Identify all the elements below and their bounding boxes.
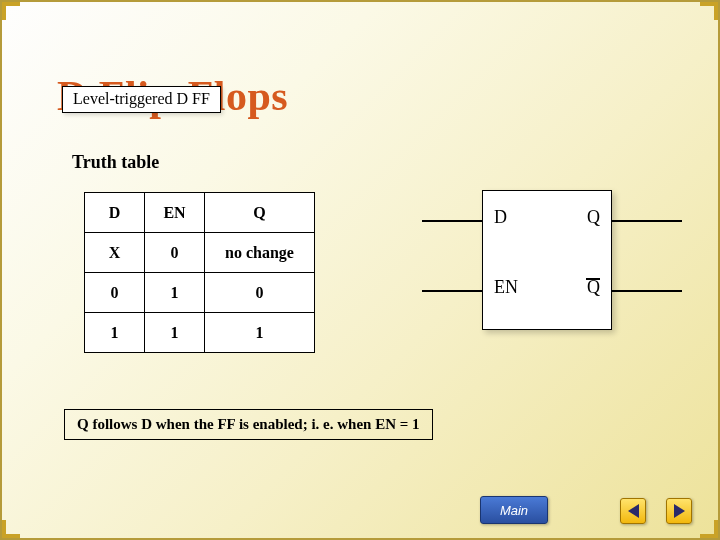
slide: D Flip-Flops Level-triggered D FF Truth … xyxy=(0,0,720,540)
table-row: 1 1 1 xyxy=(85,313,315,353)
wire-en-in xyxy=(422,290,482,292)
cell-d: 0 xyxy=(85,273,145,313)
pin-label-q: Q xyxy=(587,207,600,228)
wire-d-in xyxy=(422,220,482,222)
table-row: X 0 no change xyxy=(85,233,315,273)
arrow-left-icon xyxy=(628,504,639,518)
pin-label-qbar: Q xyxy=(587,277,600,298)
cell-d: X xyxy=(85,233,145,273)
subtitle-box: Level-triggered D FF xyxy=(62,86,221,113)
cell-q: 1 xyxy=(205,313,315,353)
pin-label-en: EN xyxy=(494,277,518,298)
table-row: 0 1 0 xyxy=(85,273,315,313)
prev-button[interactable] xyxy=(620,498,646,524)
cell-en: 1 xyxy=(145,273,205,313)
wire-q-out xyxy=(612,220,682,222)
cell-en: 1 xyxy=(145,313,205,353)
col-header-q: Q xyxy=(205,193,315,233)
col-header-d: D xyxy=(85,193,145,233)
flipflop-diagram: D EN Q Q xyxy=(422,182,692,352)
col-header-en: EN xyxy=(145,193,205,233)
cell-d: 1 xyxy=(85,313,145,353)
corner-ornament xyxy=(700,2,718,20)
corner-ornament xyxy=(2,520,20,538)
corner-ornament xyxy=(2,2,20,20)
cell-q: no change xyxy=(205,233,315,273)
cell-en: 0 xyxy=(145,233,205,273)
pin-label-d: D xyxy=(494,207,507,228)
cell-q: 0 xyxy=(205,273,315,313)
next-button[interactable] xyxy=(666,498,692,524)
main-button[interactable]: Main xyxy=(480,496,548,524)
table-header-row: D EN Q xyxy=(85,193,315,233)
corner-ornament xyxy=(700,520,718,538)
qbar-overbar xyxy=(586,278,600,280)
truth-table: D EN Q X 0 no change 0 1 0 1 1 1 xyxy=(84,192,315,353)
wire-qbar-out xyxy=(612,290,682,292)
description-box: Q follows D when the FF is enabled; i. e… xyxy=(64,409,433,440)
truth-table-heading: Truth table xyxy=(72,152,159,173)
arrow-right-icon xyxy=(674,504,685,518)
main-button-label: Main xyxy=(500,503,528,518)
